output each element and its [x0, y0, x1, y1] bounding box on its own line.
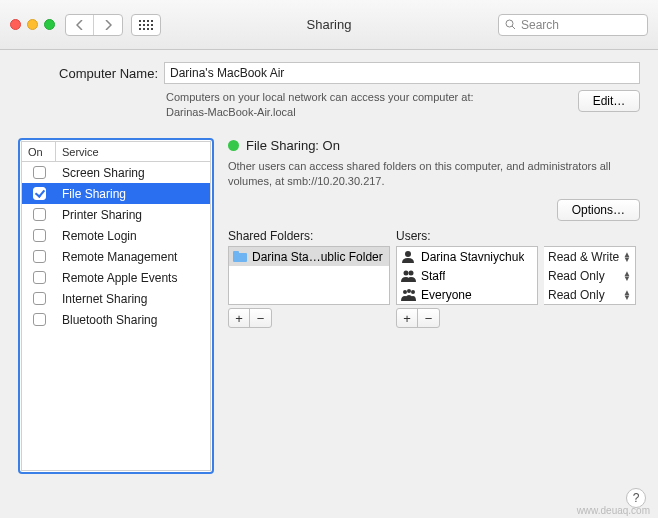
- remove-folder-button[interactable]: −: [250, 309, 271, 327]
- service-checkbox[interactable]: [33, 208, 46, 221]
- users-title: Users:: [396, 229, 538, 243]
- user-label: Everyone: [421, 288, 472, 302]
- shared-folders-list[interactable]: Darina Sta…ublic Folder: [228, 246, 390, 305]
- service-checkbox[interactable]: [33, 250, 46, 263]
- service-row[interactable]: Remote Apple Events: [22, 267, 210, 288]
- service-header-on[interactable]: On: [22, 142, 56, 161]
- add-folder-button[interactable]: +: [229, 309, 250, 327]
- user-icon: [401, 250, 416, 263]
- permission-stepper[interactable]: ▲▼: [623, 290, 631, 300]
- user-icon: [401, 269, 416, 282]
- service-row[interactable]: File Sharing: [22, 183, 210, 204]
- service-checkbox[interactable]: [33, 292, 46, 305]
- service-label: Remote Apple Events: [56, 271, 210, 285]
- svg-point-5: [404, 271, 409, 276]
- forward-button[interactable]: [94, 15, 122, 35]
- user-row[interactable]: Staff: [397, 266, 537, 285]
- svg-point-7: [403, 290, 407, 294]
- permissions-list[interactable]: Read & Write▲▼Read Only▲▼Read Only▲▼: [544, 246, 636, 305]
- service-label: Printer Sharing: [56, 208, 210, 222]
- service-row[interactable]: Remote Login: [22, 225, 210, 246]
- user-row[interactable]: Darina Stavniychuk: [397, 247, 537, 266]
- service-header: On Service: [22, 142, 210, 162]
- user-icon: [401, 288, 416, 301]
- service-row[interactable]: Internet Sharing: [22, 288, 210, 309]
- service-checkbox[interactable]: [33, 271, 46, 284]
- user-label: Staff: [421, 269, 445, 283]
- nav-segment: [65, 14, 123, 36]
- status-indicator-icon: [228, 140, 239, 151]
- status-description: Other users can access shared folders on…: [228, 159, 640, 189]
- folders-plusminus: + −: [228, 308, 272, 328]
- service-list: On Service Screen SharingFile SharingPri…: [18, 138, 214, 474]
- search-icon: [505, 19, 516, 30]
- toolbar: Sharing Search: [0, 0, 658, 50]
- svg-point-9: [411, 290, 415, 294]
- user-label: Darina Stavniychuk: [421, 250, 524, 264]
- permission-stepper[interactable]: ▲▼: [623, 271, 631, 281]
- service-label: Bluetooth Sharing: [56, 313, 210, 327]
- service-row[interactable]: Printer Sharing: [22, 204, 210, 225]
- service-checkbox[interactable]: [33, 166, 46, 179]
- service-row[interactable]: Screen Sharing: [22, 162, 210, 183]
- folder-row[interactable]: Darina Sta…ublic Folder: [229, 247, 389, 266]
- zoom-window[interactable]: [44, 19, 55, 30]
- folder-label: Darina Sta…ublic Folder: [252, 250, 383, 264]
- svg-line-1: [512, 26, 515, 29]
- permission-label: Read Only: [548, 288, 605, 302]
- service-label: Screen Sharing: [56, 166, 210, 180]
- edit-button[interactable]: Edit…: [578, 90, 640, 112]
- add-user-button[interactable]: +: [397, 309, 418, 327]
- service-checkbox[interactable]: [33, 313, 46, 326]
- search-placeholder: Search: [521, 18, 559, 32]
- options-button[interactable]: Options…: [557, 199, 640, 221]
- permission-label: Read & Write: [548, 250, 619, 264]
- search-field[interactable]: Search: [498, 14, 648, 36]
- permission-row[interactable]: Read Only▲▼: [544, 285, 635, 304]
- user-row[interactable]: Everyone: [397, 285, 537, 304]
- service-label: File Sharing: [56, 187, 210, 201]
- service-label: Remote Login: [56, 229, 210, 243]
- minimize-window[interactable]: [27, 19, 38, 30]
- service-label: Internet Sharing: [56, 292, 210, 306]
- computer-name-subtext: Computers on your local network can acce…: [166, 90, 566, 120]
- users-plusminus: + −: [396, 308, 440, 328]
- back-button[interactable]: [66, 15, 94, 35]
- computer-name-label: Computer Name:: [18, 66, 158, 81]
- status-title: File Sharing: On: [246, 138, 340, 153]
- service-checkbox[interactable]: [33, 229, 46, 242]
- computer-name-field[interactable]: [164, 62, 640, 84]
- svg-point-8: [407, 289, 411, 293]
- users-list[interactable]: Darina StavniychukStaffEveryone: [396, 246, 538, 305]
- permission-stepper[interactable]: ▲▼: [623, 252, 631, 262]
- window-controls: [10, 19, 55, 30]
- service-row[interactable]: Remote Management: [22, 246, 210, 267]
- permissions-spacer: [544, 229, 636, 243]
- svg-point-4: [405, 251, 411, 257]
- svg-point-6: [409, 271, 414, 276]
- svg-rect-3: [233, 251, 239, 255]
- service-row[interactable]: Bluetooth Sharing: [22, 309, 210, 330]
- grid-icon: [139, 20, 153, 30]
- folder-icon: [233, 251, 247, 262]
- permission-label: Read Only: [548, 269, 605, 283]
- permission-row[interactable]: Read & Write▲▼: [544, 247, 635, 266]
- service-label: Remote Management: [56, 250, 210, 264]
- show-all-button[interactable]: [131, 14, 161, 36]
- shared-folders-title: Shared Folders:: [228, 229, 390, 243]
- remove-user-button[interactable]: −: [418, 309, 439, 327]
- close-window[interactable]: [10, 19, 21, 30]
- permission-row[interactable]: Read Only▲▼: [544, 266, 635, 285]
- service-checkbox[interactable]: [33, 187, 46, 200]
- svg-point-0: [506, 20, 513, 27]
- watermark: www.deuaq.com: [577, 505, 650, 516]
- permissions-gap: [544, 305, 636, 328]
- service-header-service[interactable]: Service: [56, 142, 210, 161]
